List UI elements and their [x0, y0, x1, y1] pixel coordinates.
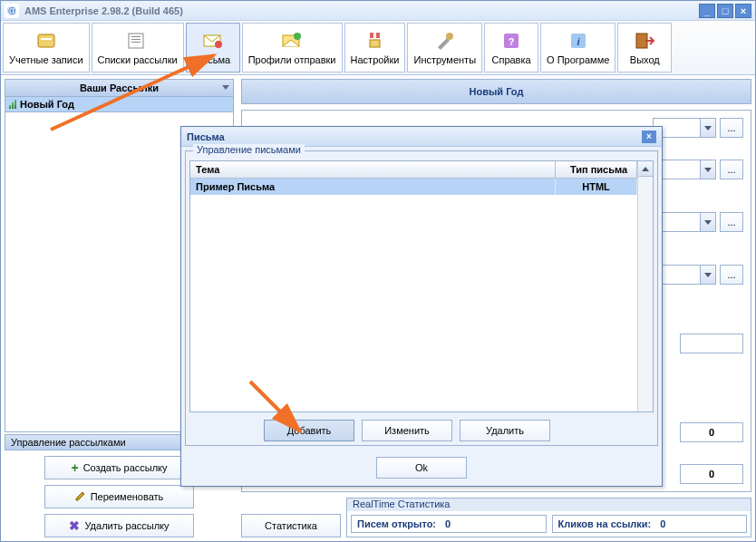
letters-dialog: Письма × Управление письмами Тема Тип пи…: [180, 126, 663, 487]
plus-icon: +: [71, 460, 78, 475]
link-clicks-cell: Кликов на ссылки:0: [552, 515, 748, 533]
pencil-icon: [75, 490, 86, 503]
svg-rect-7: [131, 42, 141, 43]
rename-campaign-button[interactable]: Переименовать: [44, 485, 194, 508]
row-subject: Пример Письма: [190, 179, 556, 195]
delete-letter-button[interactable]: Удалить: [460, 420, 550, 441]
campaign-title-panel: Новый Год: [241, 79, 751, 104]
toolbar-profiles[interactable]: Профили отправки: [242, 23, 343, 73]
edit-letter-button[interactable]: Изменить: [362, 420, 452, 441]
x-icon: ✖: [69, 518, 80, 533]
dialog-title: Письма: [187, 131, 225, 142]
about-icon: i: [566, 30, 591, 52]
svg-rect-6: [131, 39, 141, 40]
close-button[interactable]: ×: [735, 4, 751, 18]
campaign-item[interactable]: Новый Год: [5, 97, 233, 112]
delete-campaign-button[interactable]: ✖ Удалить рассылку: [44, 514, 194, 537]
toolbar-tools[interactable]: Инструменты: [407, 23, 482, 73]
manage-letters-group: Управление письмами Тема Тип письма Прим…: [185, 150, 658, 446]
sort-icon[interactable]: [222, 85, 229, 90]
svg-rect-5: [131, 36, 141, 37]
dialog-close-button[interactable]: ×: [642, 131, 656, 143]
svg-rect-14: [370, 40, 380, 47]
campaigns-header: Ваши Рассылки: [5, 79, 234, 97]
create-campaign-button[interactable]: + Создать рассылку: [44, 456, 194, 479]
svg-rect-13: [376, 33, 380, 38]
grid-header: Тема Тип письма: [190, 161, 637, 179]
browse-1-button[interactable]: ...: [720, 118, 743, 138]
toolbar-label: Инструменты: [413, 54, 476, 65]
help-icon: ?: [499, 30, 524, 52]
counter-2: 0: [680, 464, 743, 484]
col-subject[interactable]: Тема: [190, 161, 556, 178]
toolbar-lists[interactable]: Списки рассылки: [92, 23, 184, 73]
toolbar-label: Выход: [630, 54, 660, 65]
toolbar-help[interactable]: ?Справка: [484, 23, 538, 73]
toolbar-about[interactable]: iО Программе: [540, 23, 615, 73]
letters-grid[interactable]: Тема Тип письма Пример Письма HTML: [189, 160, 654, 412]
browse-4-button[interactable]: ...: [720, 265, 743, 285]
toolbar-accounts[interactable]: Учетные записи: [3, 23, 90, 73]
campaign-title: Новый Год: [242, 80, 751, 103]
toolbar-letters[interactable]: Письма: [186, 23, 240, 73]
tools-icon: [432, 30, 458, 52]
toolbar-settings[interactable]: Настройки: [344, 23, 406, 73]
realtime-stats-header: RealTime Статистика: [347, 498, 751, 511]
minimize-button[interactable]: _: [699, 4, 715, 18]
toolbar-label: Учетные записи: [9, 54, 83, 65]
text-input[interactable]: [680, 334, 743, 353]
svg-rect-3: [41, 38, 52, 40]
toolbar-label: Настройки: [351, 54, 400, 65]
dialog-ok-button[interactable]: Ok: [376, 457, 467, 479]
grid-scrollbar[interactable]: [637, 161, 653, 411]
browse-3-button[interactable]: ...: [720, 212, 743, 232]
main-toolbar: Учетные записи Списки рассылки Письма Пр…: [1, 21, 755, 75]
svg-rect-4: [129, 34, 143, 48]
grid-row[interactable]: Пример Письма HTML: [190, 179, 637, 195]
accounts-icon: [34, 30, 59, 52]
profiles-icon: [279, 30, 305, 52]
toolbar-exit[interactable]: Выход: [617, 23, 672, 73]
toolbar-label: Списки рассылки: [98, 54, 178, 65]
letters-icon: [200, 30, 226, 52]
browse-2-button[interactable]: ...: [720, 160, 743, 179]
col-type[interactable]: Тип письма: [556, 161, 637, 178]
svg-point-15: [446, 33, 453, 40]
titlebar: @ AMS Enterprise 2.98.2 (Build 465) _ □ …: [1, 1, 755, 21]
window-title: AMS Enterprise 2.98.2 (Build 465): [24, 5, 699, 16]
toolbar-label: Письма: [195, 54, 230, 65]
svg-text:@: @: [7, 5, 17, 15]
realtime-stats-group: RealTime Статистика Писем открыто:0 Клик…: [346, 498, 751, 537]
add-letter-button[interactable]: Добавить: [264, 420, 354, 441]
toolbar-label: Профили отправки: [248, 54, 336, 65]
campaign-icon: [9, 100, 16, 109]
svg-point-9: [215, 41, 222, 48]
row-type: HTML: [556, 179, 637, 195]
svg-point-11: [294, 33, 301, 40]
svg-rect-12: [370, 33, 373, 38]
settings-icon: [363, 30, 388, 52]
svg-rect-2: [38, 34, 54, 47]
app-icon: @: [5, 4, 19, 18]
lists-icon: [125, 30, 150, 52]
toolbar-label: О Программе: [547, 54, 609, 65]
emails-opened-cell: Писем открыто:0: [351, 515, 547, 533]
maximize-button[interactable]: □: [717, 4, 733, 18]
exit-icon: [632, 30, 657, 52]
campaign-label: Новый Год: [20, 99, 74, 110]
counter-1: 0: [680, 422, 743, 442]
svg-text:?: ?: [509, 36, 515, 47]
statistics-button[interactable]: Статистика: [241, 514, 341, 537]
toolbar-label: Справка: [491, 54, 530, 65]
group-label: Управление письмами: [193, 144, 305, 155]
